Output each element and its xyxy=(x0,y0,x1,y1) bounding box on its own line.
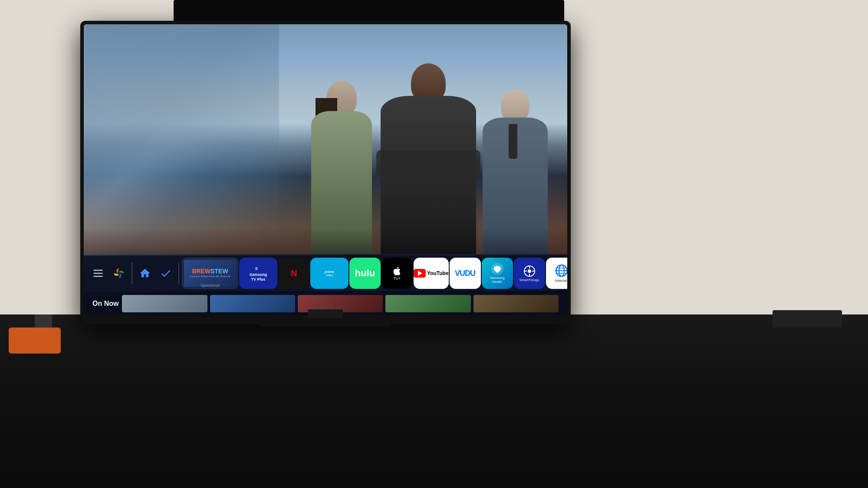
thumbnail-2[interactable] xyxy=(210,295,295,312)
nav-divider-2 xyxy=(178,262,179,284)
youtube-play-button xyxy=(414,269,426,278)
apple-icon xyxy=(392,266,402,276)
tv-frame: BREWSTEW Cartoons Drawn From My Real-Lif… xyxy=(80,21,571,324)
prime-label: prime xyxy=(325,270,334,274)
svg-rect-1 xyxy=(94,273,103,274)
app-prime-video[interactable]: prime video xyxy=(310,258,349,289)
stand-object-orange xyxy=(9,328,61,354)
check-nav-item[interactable] xyxy=(156,258,176,288)
brewstew-title-text: BREWSTEW xyxy=(192,268,228,274)
tv-stand-surface xyxy=(0,314,868,488)
hulu-label: hulu xyxy=(355,268,375,279)
app-internet[interactable]: Internet xyxy=(546,258,567,289)
appletv-label: TV+ xyxy=(394,276,401,281)
check-icon xyxy=(160,267,172,279)
prime-video-label: video xyxy=(326,274,333,277)
pinwheel-icon xyxy=(113,267,125,279)
home-icon xyxy=(139,267,151,279)
app-bar: BREWSTEW Cartoons Drawn From My Real-Lif… xyxy=(84,255,567,291)
app-youtube[interactable]: YouTube xyxy=(414,258,449,289)
app-apple-tv[interactable]: TV+ xyxy=(381,258,413,289)
pinwheel-nav-item[interactable] xyxy=(109,258,129,288)
character-center xyxy=(376,63,480,254)
stand-item-small xyxy=(35,314,52,328)
home-nav-item[interactable] xyxy=(135,258,155,288)
internet-label: Internet xyxy=(555,278,567,283)
smartthings-label: SmartThings xyxy=(519,278,539,282)
svg-rect-0 xyxy=(94,270,103,271)
samsung-logo-icon: S xyxy=(255,265,262,272)
tv-stand-base xyxy=(260,318,391,327)
app-samsung-health[interactable]: SamsungHealth xyxy=(482,258,513,289)
svg-text:S: S xyxy=(255,266,258,271)
app-hulu[interactable]: hulu xyxy=(349,258,381,289)
samsung-health-label: SamsungHealth xyxy=(490,276,505,284)
brewstew-subtitle-text: Cartoons Drawn From My Real-Life xyxy=(190,275,230,278)
app-samsung-tv-plus[interactable]: S SamsungTV Plus xyxy=(239,258,277,289)
thumbnail-5[interactable] xyxy=(473,295,559,312)
svg-point-7 xyxy=(528,269,531,273)
app-netflix[interactable]: N xyxy=(278,258,309,289)
sponsored-label: Sponsored xyxy=(182,283,238,288)
nav-divider-1 xyxy=(132,262,132,284)
vudu-label: VUDU xyxy=(455,269,475,278)
monitor-above xyxy=(174,0,564,24)
menu-icon xyxy=(92,267,104,279)
on-now-label: On Now xyxy=(92,300,118,308)
thumbnail-1[interactable] xyxy=(122,295,207,312)
tv-screen: BREWSTEW Cartoons Drawn From My Real-Lif… xyxy=(84,24,567,315)
thumbnail-4[interactable] xyxy=(385,295,470,312)
youtube-label: YouTube xyxy=(427,270,449,276)
app-vudu[interactable]: VUDU xyxy=(450,258,481,289)
samsung-health-icon xyxy=(491,262,504,275)
smartthings-icon xyxy=(523,265,536,277)
app-brewstew[interactable]: BREWSTEW Cartoons Drawn From My Real-Lif… xyxy=(182,258,238,289)
menu-nav-item[interactable] xyxy=(88,258,108,288)
internet-icon xyxy=(555,264,567,278)
cable-box xyxy=(773,310,842,328)
svg-rect-2 xyxy=(94,276,103,277)
samsung-tvplus-label: SamsungTV Plus xyxy=(250,272,267,282)
netflix-label: N xyxy=(291,269,296,278)
app-smartthings[interactable]: SmartThings xyxy=(514,258,545,289)
